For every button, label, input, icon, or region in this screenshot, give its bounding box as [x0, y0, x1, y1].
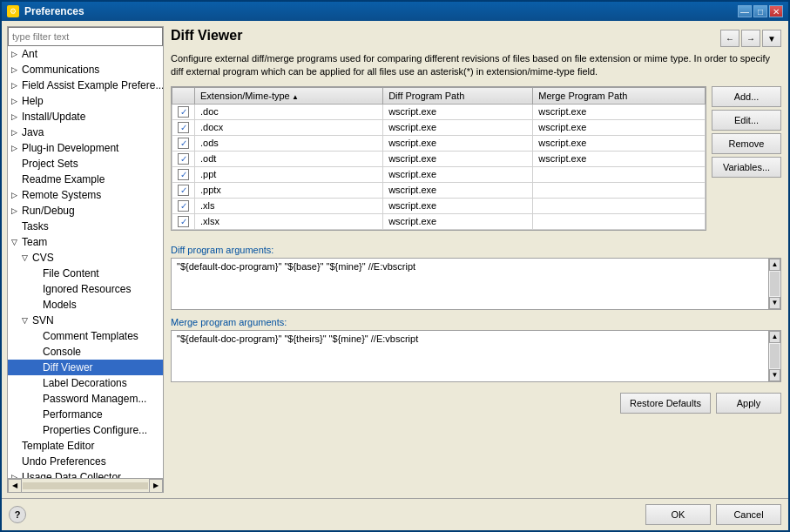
scroll-right-arrow[interactable]: ▶: [149, 479, 163, 493]
apply-button[interactable]: Apply: [716, 393, 781, 414]
tree-item-22[interactable]: Password Managem...: [8, 391, 163, 407]
tree-item-2[interactable]: ▷Field Assist Example Prefere...: [8, 77, 163, 93]
diff-scroll-thumb[interactable]: [770, 272, 780, 296]
tree-item-0[interactable]: ▷Ant: [8, 46, 163, 62]
col-extension[interactable]: Extension/Mime-type: [195, 87, 383, 104]
back-button[interactable]: ←: [720, 30, 739, 47]
tree-item-26[interactable]: Undo Preferences: [8, 454, 163, 469]
diff-program-cell-1: wscript.exe: [383, 119, 533, 135]
tree-item-24[interactable]: Properties Configure...: [8, 422, 163, 438]
tree-item-label-8: Readme Example: [22, 173, 105, 185]
diff-program-cell-5: wscript.exe: [383, 182, 533, 198]
titlebar-left: ⚙ Preferences: [7, 5, 84, 17]
tree-item-20[interactable]: Diff Viewer: [8, 360, 163, 375]
tree-item-18[interactable]: Comment Templates: [8, 328, 163, 344]
diff-scroll-up[interactable]: ▲: [769, 259, 780, 271]
diff-table-body: ✓.docwscript.exewscript.exe✓.docxwscript…: [172, 104, 706, 229]
minimize-button[interactable]: —: [738, 5, 752, 17]
checkbox-cell-2[interactable]: ✓: [172, 135, 195, 151]
tree-item-16[interactable]: Models: [8, 297, 163, 313]
tree-item-27[interactable]: ▷Usage Data Collector: [8, 469, 163, 478]
diff-args-scrollbar: ▲ ▼: [768, 259, 780, 309]
merge-program-cell-1: wscript.exe: [533, 119, 706, 135]
merge-args-input[interactable]: [172, 331, 768, 381]
scroll-track[interactable]: [23, 482, 148, 489]
tree-item-1[interactable]: ▷Communications: [8, 62, 163, 77]
ok-button[interactable]: OK: [645, 504, 711, 525]
merge-scroll-down[interactable]: ▼: [769, 369, 780, 381]
checkbox-cell-6[interactable]: ✓: [172, 198, 195, 213]
checkbox-cell-4[interactable]: ✓: [172, 166, 195, 182]
checkbox-4[interactable]: ✓: [178, 169, 189, 180]
tree-item-label-0: Ant: [22, 48, 37, 60]
checkbox-cell-7[interactable]: ✓: [172, 213, 195, 229]
cancel-button[interactable]: Cancel: [716, 504, 781, 525]
checkbox-cell-5[interactable]: ✓: [172, 182, 195, 198]
dropdown-button[interactable]: ▼: [762, 30, 781, 47]
table-row[interactable]: ✓.docxwscript.exewscript.exe: [172, 119, 706, 135]
main-content: ▷Ant▷Communications▷Field Assist Example…: [2, 21, 788, 498]
tree-item-5[interactable]: ▷Java: [8, 125, 163, 140]
merge-program-cell-3: wscript.exe: [533, 151, 706, 166]
expand-icon-10: ▷: [11, 206, 20, 215]
checkbox-1[interactable]: ✓: [178, 122, 189, 133]
checkbox-cell-0[interactable]: ✓: [172, 104, 195, 119]
tree-item-label-15: Ignored Resources: [43, 283, 131, 295]
checkbox-cell-3[interactable]: ✓: [172, 151, 195, 166]
tree-item-13[interactable]: ▽CVS: [8, 250, 163, 266]
tree-item-19[interactable]: Console: [8, 344, 163, 360]
filter-input[interactable]: [8, 27, 163, 46]
forward-button[interactable]: →: [741, 30, 760, 47]
checkbox-0[interactable]: ✓: [178, 106, 189, 118]
tree-item-7[interactable]: Project Sets: [8, 156, 163, 172]
checkbox-cell-1[interactable]: ✓: [172, 119, 195, 135]
table-row[interactable]: ✓.xlsxwscript.exe: [172, 213, 706, 229]
edit-button[interactable]: Edit...: [712, 110, 781, 131]
tree-item-label-25: Template Editor: [22, 440, 94, 452]
col-diff-program[interactable]: Diff Program Path: [383, 87, 533, 104]
tree-item-17[interactable]: ▽SVN: [8, 313, 163, 328]
side-buttons: Add... Edit... Remove Variables...: [712, 86, 781, 238]
tree-item-10[interactable]: ▷Run/Debug: [8, 203, 163, 219]
tree-item-6[interactable]: ▷Plug-in Development: [8, 140, 163, 156]
table-row[interactable]: ✓.odswscript.exewscript.exe: [172, 135, 706, 151]
add-button[interactable]: Add...: [712, 86, 781, 107]
table-row[interactable]: ✓.xlswscript.exe: [172, 198, 706, 213]
checkbox-7[interactable]: ✓: [178, 216, 189, 227]
help-button[interactable]: ?: [9, 506, 26, 523]
tree-item-3[interactable]: ▷Help: [8, 93, 163, 109]
tree-item-label-5: Java: [22, 126, 44, 138]
tree-item-8[interactable]: Readme Example: [8, 172, 163, 187]
table-row[interactable]: ✓.docwscript.exewscript.exe: [172, 104, 706, 119]
tree-item-21[interactable]: Label Decorations: [8, 375, 163, 391]
tree-item-9[interactable]: ▷Remote Systems: [8, 187, 163, 203]
checkbox-5[interactable]: ✓: [178, 185, 189, 196]
scroll-left-arrow[interactable]: ◀: [8, 479, 22, 493]
table-row[interactable]: ✓.odtwscript.exewscript.exe: [172, 151, 706, 166]
tree-item-23[interactable]: Performance: [8, 407, 163, 422]
tree-item-4[interactable]: ▷Install/Update: [8, 109, 163, 125]
tree-item-11[interactable]: Tasks: [8, 219, 163, 234]
tree-item-label-18: Comment Templates: [43, 330, 138, 342]
close-button[interactable]: ✕: [769, 5, 783, 17]
col-merge-program[interactable]: Merge Program Path: [533, 87, 706, 104]
merge-scroll-thumb[interactable]: [770, 344, 780, 368]
table-row[interactable]: ✓.pptxwscript.exe: [172, 182, 706, 198]
tree-item-label-11: Tasks: [22, 220, 49, 232]
tree-item-15[interactable]: Ignored Resources: [8, 281, 163, 297]
checkbox-2[interactable]: ✓: [178, 138, 189, 149]
expand-icon-0: ▷: [11, 50, 20, 58]
checkbox-6[interactable]: ✓: [178, 200, 189, 212]
tree-item-12[interactable]: ▽Team: [8, 234, 163, 250]
merge-scroll-up[interactable]: ▲: [769, 331, 780, 343]
table-row[interactable]: ✓.pptwscript.exe: [172, 166, 706, 182]
remove-button[interactable]: Remove: [712, 133, 781, 154]
tree-item-25[interactable]: Template Editor: [8, 438, 163, 454]
variables-button[interactable]: Variables...: [712, 157, 781, 178]
checkbox-3[interactable]: ✓: [178, 153, 189, 165]
tree-item-14[interactable]: File Content: [8, 266, 163, 281]
restore-defaults-button[interactable]: Restore Defaults: [620, 393, 711, 414]
diff-args-input[interactable]: [172, 259, 768, 309]
diff-scroll-down[interactable]: ▼: [769, 297, 780, 309]
maximize-button[interactable]: □: [753, 5, 767, 17]
